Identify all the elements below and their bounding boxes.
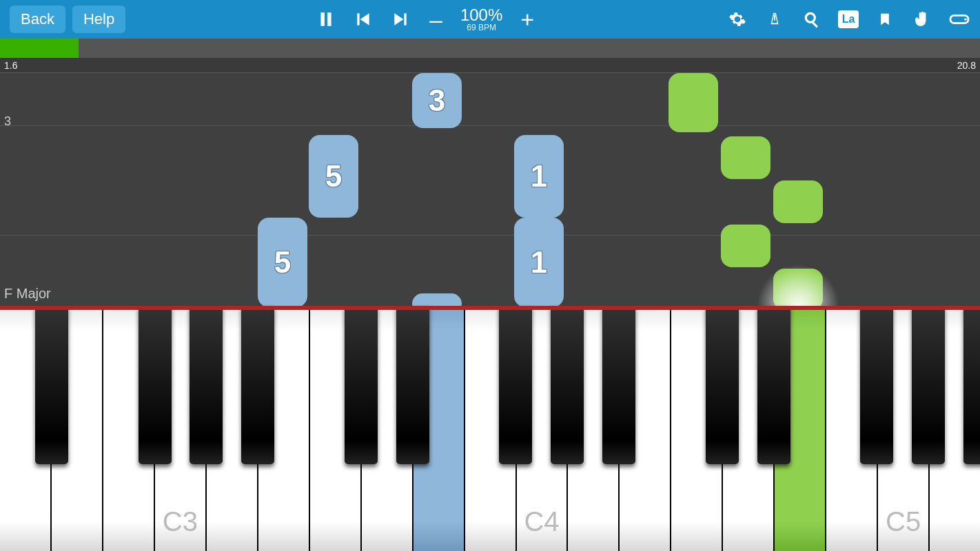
black-key[interactable] — [757, 306, 790, 464]
black-key[interactable] — [602, 306, 635, 464]
black-key[interactable] — [499, 306, 532, 464]
black-key[interactable] — [706, 306, 739, 464]
svg-rect-2 — [357, 13, 359, 25]
time-elapsed: 1.6 — [4, 60, 17, 71]
toolbar: Back Help – 100% 69 BPM + La — [0, 0, 980, 39]
pause-button[interactable] — [315, 8, 337, 30]
next-button[interactable] — [389, 8, 411, 30]
black-key[interactable] — [860, 306, 893, 464]
bookmark-button[interactable] — [874, 8, 896, 30]
falling-note-right-hand — [721, 136, 770, 179]
chord-name: F Major — [4, 286, 51, 302]
note-fall-area: 3 F Major 35151 — [0, 73, 980, 306]
black-key[interactable] — [345, 306, 378, 464]
svg-rect-3 — [404, 13, 406, 25]
measure-number: 3 — [4, 114, 11, 129]
falling-note-left-hand: 1 — [514, 135, 564, 218]
falling-note-right-hand — [721, 225, 770, 267]
falling-note-right-hand — [668, 73, 718, 132]
black-key[interactable] — [35, 306, 68, 464]
time-total: 20.8 — [957, 60, 976, 71]
falling-note-left-hand: 5 — [309, 135, 358, 218]
tempo-percent: 100% — [460, 7, 502, 23]
prev-button[interactable] — [352, 8, 374, 30]
black-key[interactable] — [241, 306, 274, 464]
search-button[interactable] — [801, 8, 823, 30]
progress-bar[interactable]: 1.6 20.8 — [0, 39, 980, 73]
svg-rect-1 — [327, 12, 331, 26]
falling-note-right-hand — [773, 180, 823, 223]
svg-rect-6 — [812, 21, 818, 28]
hand-button[interactable] — [911, 8, 933, 30]
loop-button[interactable] — [948, 8, 970, 30]
falling-note-left-hand: 5 — [258, 218, 307, 306]
key-label: C5 — [886, 506, 921, 537]
falling-note-left-hand — [412, 293, 462, 306]
black-key[interactable] — [912, 306, 945, 464]
settings-button[interactable] — [726, 8, 748, 30]
black-key[interactable] — [963, 306, 980, 464]
tempo-minus-button[interactable]: – — [427, 6, 445, 33]
falling-note-left-hand: 3 — [412, 73, 462, 128]
piano-felt — [0, 306, 980, 310]
tempo-bpm: 69 BPM — [460, 23, 502, 32]
falling-note-left-hand: 1 — [514, 218, 564, 306]
key-label: C3 — [163, 506, 198, 537]
tempo-plus-button[interactable]: + — [518, 6, 537, 33]
svg-rect-4 — [774, 15, 775, 21]
key-label: C4 — [524, 506, 559, 537]
black-key[interactable] — [139, 306, 172, 464]
help-button[interactable]: Help — [72, 6, 125, 33]
black-key[interactable] — [396, 306, 429, 464]
black-key[interactable] — [190, 306, 223, 464]
playback-controls: – 100% 69 BPM + — [315, 6, 537, 33]
note-labels-toggle[interactable]: La — [838, 10, 859, 28]
falling-note-right-hand — [773, 269, 823, 306]
back-button[interactable]: Back — [10, 6, 65, 33]
black-key[interactable] — [551, 306, 584, 464]
tempo-display: 100% 69 BPM — [460, 7, 502, 32]
progress-fill — [0, 39, 79, 58]
metronome-button[interactable] — [764, 8, 786, 30]
right-icons: La — [726, 8, 970, 30]
svg-point-5 — [806, 13, 815, 22]
svg-rect-0 — [320, 12, 324, 26]
piano-keyboard: C3C4C5 — [0, 306, 980, 551]
